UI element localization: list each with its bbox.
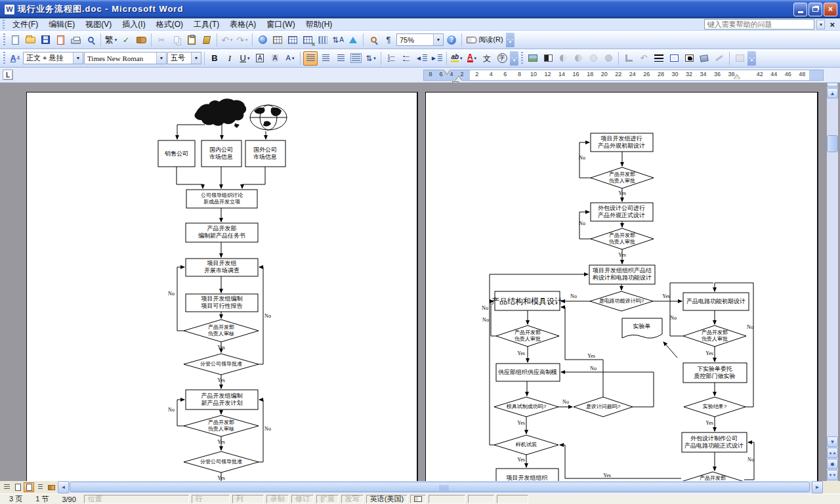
enclose-char-button[interactable]: 字 — [495, 51, 509, 66]
paste-button[interactable] — [184, 33, 199, 47]
normal-view-button[interactable] — [1, 482, 12, 492]
underline-button[interactable]: U▾ — [238, 51, 252, 66]
zoom-combo[interactable]: 75% ▼ — [396, 33, 444, 46]
more-brightness-button[interactable] — [586, 51, 600, 66]
font-color-button[interactable]: A▾ — [465, 51, 479, 66]
text-wrapping-button[interactable] — [682, 51, 696, 66]
decrease-indent-button[interactable]: ◄ — [414, 51, 429, 66]
numbering-button[interactable]: 1—2— — [384, 51, 398, 66]
rotate-left-button[interactable]: ↶ — [637, 51, 651, 66]
document-page-left[interactable]: 销售公司 国内公司 市场信息 国外公司 市场信息 公司领导组织讨论 新成品开发立… — [26, 92, 418, 481]
line-style-button[interactable] — [652, 51, 666, 66]
web-layout-button[interactable] — [12, 482, 23, 492]
align-right-button[interactable] — [333, 51, 348, 66]
insert-picture-button[interactable] — [526, 51, 540, 66]
copy-button[interactable] — [169, 33, 184, 47]
vertical-scrollbar[interactable]: ▲ ▼ ▲▲ ▼▼ — [827, 83, 838, 481]
text-direction-button[interactable]: ⇅A — [331, 33, 345, 47]
italic-button[interactable]: I — [222, 51, 237, 66]
toolbar-options-button[interactable]: ⌄⌄▾ — [747, 51, 756, 66]
menu-view[interactable]: 视图(V) — [80, 18, 117, 31]
undo-button[interactable]: ↶▾ — [220, 33, 234, 47]
menu-table[interactable]: 表格(A) — [224, 18, 261, 31]
status-track-changes[interactable]: 修订 — [291, 495, 314, 503]
menu-format[interactable]: 格式(O) — [151, 18, 188, 31]
research-button[interactable] — [134, 33, 148, 47]
select-browse-object-button[interactable] — [827, 459, 838, 469]
line-spacing-button[interactable]: ⇅▾ — [364, 51, 378, 66]
document-page-right[interactable]: 项目开发组进行 产品外观初期设计 外包设计公司进行 产品外观正式设计 项目开发组… — [425, 92, 818, 481]
toolbar-options-button[interactable]: ⌄⌄▾ — [506, 33, 514, 47]
print-preview-button[interactable] — [83, 33, 98, 47]
help-question-input[interactable] — [704, 19, 814, 30]
char-border-button[interactable]: A — [253, 51, 267, 66]
center-button[interactable] — [318, 51, 333, 66]
tables-borders-button[interactable] — [270, 33, 285, 47]
increase-indent-button[interactable]: ► — [429, 51, 444, 66]
new-document-button[interactable] — [8, 33, 22, 47]
cut-button[interactable]: ✂ — [154, 33, 169, 47]
scroll-left-button[interactable]: ◄ — [58, 481, 69, 494]
drawing-button[interactable] — [346, 33, 360, 47]
justify-button[interactable] — [303, 51, 318, 66]
styles-pane-button[interactable]: A4 — [8, 51, 22, 66]
help-button[interactable]: ? — [444, 33, 459, 47]
compress-pictures-button[interactable] — [667, 51, 681, 66]
chinese-convert-button[interactable]: 繁▾ — [104, 33, 118, 47]
char-shading-button[interactable]: A — [268, 51, 282, 66]
save-button[interactable] — [38, 33, 52, 47]
picture-toolbar-grip[interactable] — [521, 52, 523, 65]
phonetic-guide-button[interactable]: 文 — [480, 51, 494, 66]
insert-hyperlink-button[interactable] — [255, 33, 270, 47]
hanging-indent-marker[interactable] — [455, 76, 462, 81]
insert-table-button[interactable] — [285, 33, 300, 47]
vertical-scroll-thumb[interactable] — [827, 135, 838, 152]
zoom-dropdown-icon[interactable]: ▼ — [433, 34, 443, 45]
permission-button[interactable] — [53, 33, 68, 47]
split-handle[interactable] — [827, 83, 838, 87]
horizontal-scroll-thumb[interactable] — [70, 482, 810, 492]
print-layout-button[interactable] — [24, 482, 34, 492]
document-map-button[interactable] — [366, 33, 381, 47]
font-combo[interactable]: Times New Roman ▼ — [84, 52, 167, 64]
show-hide-button[interactable]: ¶ — [381, 33, 396, 47]
toolbar-grip[interactable] — [3, 33, 5, 47]
toolbar-options-button[interactable]: ⌄⌄▾ — [510, 51, 518, 66]
columns-button[interactable] — [316, 33, 330, 47]
outline-view-button[interactable] — [35, 482, 45, 492]
menu-help[interactable]: 帮助(H) — [301, 18, 338, 31]
style-dropdown-icon[interactable]: ▼ — [73, 52, 83, 64]
document-close-button[interactable]: × — [827, 20, 837, 30]
read-layout-button[interactable]: 阅读(R) — [465, 33, 505, 47]
menu-window[interactable]: 窗口(W) — [261, 18, 300, 31]
help-dropdown-icon[interactable]: ▾ — [816, 20, 825, 30]
print-button[interactable] — [68, 33, 83, 47]
right-indent-marker[interactable] — [734, 75, 740, 79]
set-transparent-button[interactable] — [712, 51, 726, 66]
previous-page-button[interactable]: ▲▲ — [827, 448, 838, 458]
less-brightness-button[interactable] — [601, 51, 616, 66]
picture-color-button[interactable] — [541, 51, 555, 66]
minimize-button[interactable] — [793, 3, 807, 16]
menu-insert[interactable]: 插入(I) — [117, 18, 150, 31]
first-line-indent-marker[interactable] — [444, 70, 450, 74]
less-contrast-button[interactable] — [571, 51, 585, 66]
bold-button[interactable]: B — [207, 51, 222, 66]
scroll-down-button[interactable]: ▼ — [827, 436, 838, 447]
reset-picture-button[interactable] — [732, 51, 747, 66]
close-button[interactable]: × — [824, 3, 837, 16]
horizontal-scroll-track[interactable] — [69, 481, 812, 494]
menubar-grip[interactable] — [3, 20, 5, 29]
status-overtype[interactable]: 改写 — [341, 495, 364, 503]
font-size-combo[interactable]: 五号 ▼ — [167, 52, 201, 64]
horizontal-ruler[interactable]: 8 6 4 2 2 4 6 8 10 12 14 16 18 20 22 24 … — [423, 70, 824, 81]
reading-layout-button[interactable] — [46, 482, 56, 492]
insert-excel-button[interactable]: X — [301, 33, 315, 47]
font-dropdown-icon[interactable]: ▼ — [156, 52, 166, 64]
redo-button[interactable]: ↷▾ — [235, 33, 249, 47]
open-button[interactable] — [23, 33, 37, 47]
distribute-button[interactable] — [348, 51, 363, 66]
highlight-button[interactable]: ab▾ — [450, 51, 464, 66]
crop-button[interactable] — [621, 51, 636, 66]
scroll-up-button[interactable]: ▲ — [827, 88, 838, 98]
